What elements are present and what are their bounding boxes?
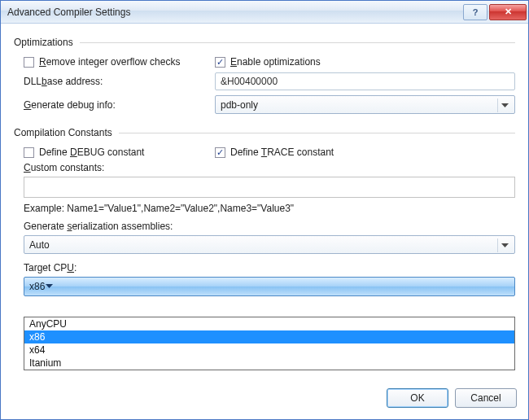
close-button[interactable]: ✕ <box>489 4 527 20</box>
checkbox-icon <box>24 147 34 158</box>
cancel-button[interactable]: Cancel <box>455 388 517 408</box>
target-cpu-option[interactable]: Itanium <box>24 357 514 370</box>
serialization-select[interactable]: Auto <box>24 235 515 254</box>
debug-info-value: pdb-only <box>221 99 258 111</box>
window-title: Advanced Compiler Settings <box>7 7 461 18</box>
group-constants: Compilation Constants <box>14 127 515 138</box>
dialog-footer: OK Cancel <box>1 380 528 419</box>
custom-constants-label: Custom constants: <box>24 162 515 173</box>
divider <box>80 42 515 43</box>
close-icon: ✕ <box>505 7 512 17</box>
row-debug-trace: Define DEBUG constant ✓ Define TRACE con… <box>24 147 515 158</box>
serialization-label: Generate serialization assemblies: <box>24 221 515 232</box>
define-trace-checkbox[interactable]: ✓ Define TRACE constant <box>215 147 334 158</box>
group-optimizations-label: Optimizations <box>14 37 80 48</box>
target-cpu-value: x86 <box>29 281 45 292</box>
divider <box>119 133 515 133</box>
chevron-down-icon <box>497 238 511 252</box>
help-icon: ? <box>473 7 479 17</box>
dll-base-input[interactable] <box>215 72 515 90</box>
target-cpu-option[interactable]: AnyCPU <box>24 317 514 330</box>
target-cpu-option[interactable]: x86 <box>24 330 514 343</box>
titlebar: Advanced Compiler Settings ? ✕ <box>1 1 528 24</box>
chevron-down-icon <box>45 284 53 289</box>
checkbox-icon <box>24 57 34 68</box>
target-cpu-option[interactable]: x64 <box>24 343 514 357</box>
example-text: Example: Name1="Value1",Name2="Value2",N… <box>24 203 515 214</box>
remove-overflow-checkbox[interactable]: Remove integer overflow checks <box>24 56 215 68</box>
define-debug-label: Define DEBUG constant <box>39 147 144 158</box>
debug-info-label: Generate debug info: <box>24 95 215 114</box>
group-optimizations: Optimizations <box>14 37 515 48</box>
group-constants-label: Compilation Constants <box>14 127 119 138</box>
target-cpu-dropdown: AnyCPUx86x64Itanium <box>24 317 515 370</box>
target-cpu-label: Target CPU: <box>24 262 515 273</box>
enable-optimizations-checkbox[interactable]: ✓ Enable optimizations <box>215 56 321 68</box>
dll-base-label: DLL base address: <box>24 72 215 90</box>
enable-optimizations-label: Enable optimizations <box>230 56 321 68</box>
custom-constants-input[interactable] <box>24 177 515 198</box>
define-trace-label: Define TRACE constant <box>230 147 334 158</box>
debug-info-select[interactable]: pdb-only <box>215 95 515 114</box>
row-overflow-and-opt: Remove integer overflow checks ✓ Enable … <box>24 56 515 68</box>
remove-overflow-label: Remove integer overflow checks <box>39 56 180 68</box>
serialization-value: Auto <box>29 239 50 251</box>
dialog-body: Optimizations Remove integer overflow ch… <box>1 24 528 380</box>
dialog-window: Advanced Compiler Settings ? ✕ Optimizat… <box>0 0 529 420</box>
target-cpu-select[interactable]: x86 <box>24 277 515 296</box>
row-debug-info: Generate debug info: pdb-only <box>24 95 515 114</box>
row-dll-base: DLL base address: <box>24 72 515 90</box>
help-button[interactable]: ? <box>463 4 487 20</box>
define-debug-checkbox[interactable]: Define DEBUG constant <box>24 147 215 158</box>
window-controls: ? ✕ <box>461 4 527 20</box>
chevron-down-icon <box>497 98 511 112</box>
ok-button[interactable]: OK <box>387 388 448 408</box>
checkbox-icon: ✓ <box>215 147 225 158</box>
checkbox-icon: ✓ <box>215 57 225 68</box>
